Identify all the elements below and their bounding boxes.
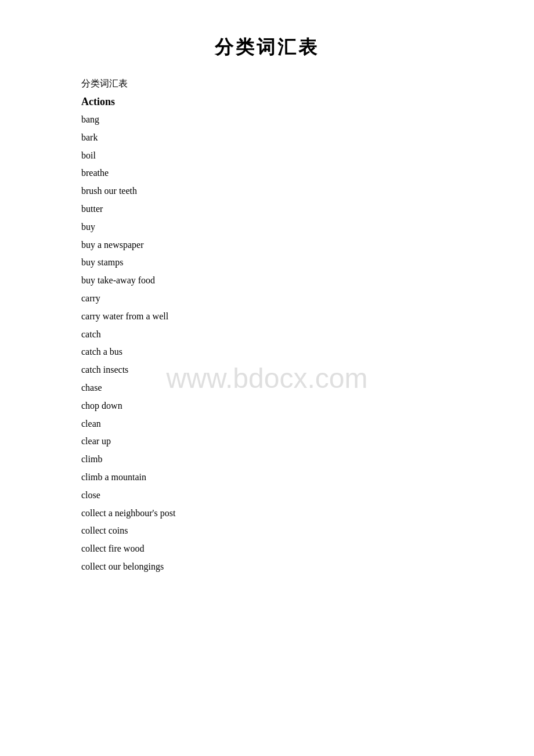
word-item: carry	[23, 290, 511, 307]
word-item: carry water from a well	[23, 308, 511, 325]
subtitle: 分类词汇表	[23, 78, 511, 90]
word-item: catch insects	[23, 362, 511, 379]
word-item: collect our belongings	[23, 559, 511, 575]
word-item: buy a newspaper	[23, 237, 511, 254]
word-item: chase	[23, 380, 511, 397]
word-item: climb a mountain	[23, 469, 511, 486]
word-item: clean	[23, 416, 511, 433]
word-item: catch a bus	[23, 344, 511, 361]
word-item: collect a neighbour's post	[23, 505, 511, 522]
word-item: bark	[23, 129, 511, 146]
word-item: buy stamps	[23, 254, 511, 271]
page-title: 分类词汇表	[23, 35, 511, 60]
word-item: bang	[23, 111, 511, 128]
word-item: butter	[23, 201, 511, 218]
word-item: close	[23, 487, 511, 504]
word-item: buy take-away food	[23, 272, 511, 289]
word-item: boil	[23, 147, 511, 164]
word-item: catch	[23, 326, 511, 343]
page-container: 分类词汇表 分类词汇表 Actionsbangbarkboilbreathebr…	[0, 35, 534, 575]
word-item: collect coins	[23, 523, 511, 539]
word-item: brush our teeth	[23, 183, 511, 200]
sections-container: Actionsbangbarkboilbreathebrush our teet…	[23, 96, 511, 575]
word-item: clear up	[23, 433, 511, 450]
section-header: Actions	[23, 96, 511, 108]
word-item: breathe	[23, 165, 511, 182]
word-item: collect fire wood	[23, 541, 511, 557]
word-item: buy	[23, 219, 511, 236]
word-item: chop down	[23, 398, 511, 415]
word-item: climb	[23, 451, 511, 468]
